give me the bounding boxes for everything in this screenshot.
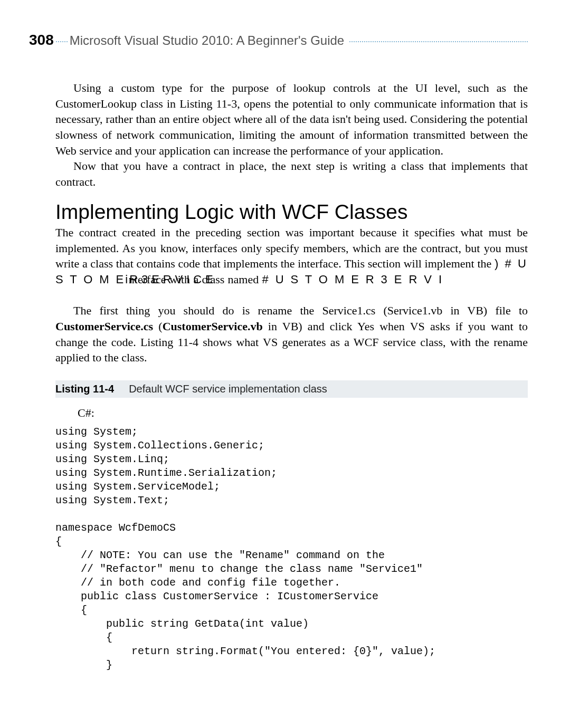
bold-1: CustomerService.cs <box>55 320 153 333</box>
text: Now that you have a contract in place, t… <box>55 159 528 188</box>
t2: nterface with a class named <box>129 273 262 286</box>
body-paragraph-3: The first thing you should do is rename … <box>55 303 528 366</box>
listing-header: Listing 11-4 Default WCF service impleme… <box>55 380 528 398</box>
code-language-label: C#: <box>78 406 528 420</box>
body-paragraph-1a: Using a custom type for the purpose of l… <box>55 80 528 158</box>
book-title: Microsoft Visual Studio 2010: A Beginner… <box>70 33 344 48</box>
bold-2: CustomerService.vb <box>163 320 263 333</box>
section-heading: Implementing Logic with WCF Classes <box>55 200 528 224</box>
listing-caption: Default WCF service implementation class <box>129 383 327 395</box>
dotted-trail <box>349 41 528 42</box>
body-paragraph-1b: Now that you have a contract in place, t… <box>55 158 528 189</box>
page-number: 308 <box>29 32 54 49</box>
code-block: using System; using System.Collections.G… <box>55 425 528 672</box>
listing-label: Listing 11-4 <box>55 383 114 395</box>
text: Using a custom type for the purpose of l… <box>55 81 528 157</box>
page-header: 308 Microsoft Visual Studio 2010: A Begi… <box>29 32 528 49</box>
dotted-separator <box>56 41 68 42</box>
t: The contract created in the preceding se… <box>55 226 528 270</box>
t: The first thing you should do is rename … <box>73 304 528 317</box>
t: ( <box>153 320 163 333</box>
body-paragraph-2: The contract created in the preceding se… <box>55 225 528 303</box>
